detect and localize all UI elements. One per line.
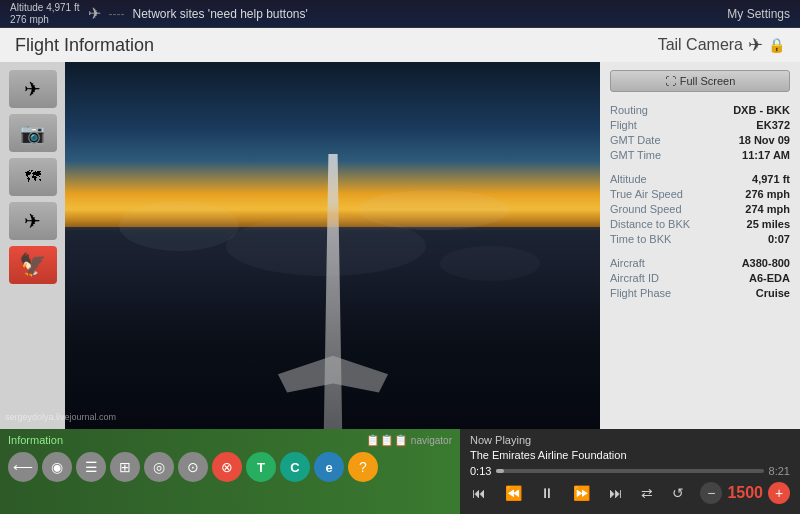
dashes: ---- bbox=[109, 7, 125, 21]
flight-row: Flight EK372 bbox=[610, 119, 790, 131]
main-content: Flight Information Tail Camera ✈ 🔒 ✈ 📷 🗺… bbox=[0, 28, 800, 429]
fullscreen-button[interactable]: ⛶ Full Screen bbox=[610, 70, 790, 92]
lock-icon: 🔒 bbox=[768, 37, 785, 53]
plane-icon: ✈ bbox=[88, 4, 101, 23]
flight-phase-row: Flight Phase Cruise bbox=[610, 287, 790, 299]
sidebar-icon-emirates[interactable]: 🦅 bbox=[9, 246, 57, 284]
altitude-label: Altitude bbox=[610, 173, 647, 185]
camera-view bbox=[65, 62, 600, 429]
top-bar: Altitude 4,971 ft 276 mph ✈ ---- Network… bbox=[0, 0, 800, 28]
left-sidebar: ✈ 📷 🗺 ✈ 🦅 bbox=[0, 62, 65, 429]
distance-value: 25 miles bbox=[747, 218, 790, 230]
bottom-icon-red[interactable]: ⊗ bbox=[212, 452, 242, 482]
altitude-row: Altitude 4,971 ft bbox=[610, 173, 790, 185]
camera-icon: ✈ bbox=[748, 34, 763, 56]
rewind-button[interactable]: ⏪ bbox=[503, 483, 524, 503]
altitude-line1: Altitude 4,971 ft bbox=[10, 2, 80, 13]
time-total: 8:21 bbox=[769, 465, 790, 477]
bottom-icon-teal-c[interactable]: C bbox=[280, 452, 310, 482]
volume-plus-button[interactable]: + bbox=[768, 482, 790, 504]
aircraft-id-value: A6-EDA bbox=[749, 272, 790, 284]
routing-value: DXB - BKK bbox=[733, 104, 790, 116]
watermark: sergeydolya.livejournal.com bbox=[5, 412, 116, 422]
fast-forward-button[interactable]: ⏩ bbox=[571, 483, 592, 503]
gmt-date-label: GMT Date bbox=[610, 134, 661, 146]
gmt-time-row: GMT Time 11:17 AM bbox=[610, 149, 790, 161]
bottom-bar: Information 📋📋📋 navigator ⟵ ◉ ☰ ⊞ ◎ ⊙ ⊗ … bbox=[0, 429, 800, 514]
bottom-icon-4[interactable]: ⊞ bbox=[110, 452, 140, 482]
content-row: ✈ 📷 🗺 ✈ 🦅 bbox=[0, 62, 800, 429]
ground-speed-row: Ground Speed 274 mph bbox=[610, 203, 790, 215]
page-title: Flight Information bbox=[15, 35, 154, 56]
bottom-icon-2[interactable]: ◉ bbox=[42, 452, 72, 482]
bottom-icon-green-t[interactable]: T bbox=[246, 452, 276, 482]
now-playing-panel: Now Playing The Emirates Airline Foundat… bbox=[460, 429, 800, 514]
svg-marker-0 bbox=[323, 154, 341, 429]
flight-phase-label: Flight Phase bbox=[610, 287, 671, 299]
aircraft-row: Aircraft A380-800 bbox=[610, 257, 790, 269]
true-air-speed-row: True Air Speed 276 mph bbox=[610, 188, 790, 200]
volume-minus-button[interactable]: − bbox=[700, 482, 722, 504]
flight-label: Flight bbox=[610, 119, 637, 131]
play-pause-button[interactable]: ⏸ bbox=[538, 483, 556, 503]
flight-phase-value: Cruise bbox=[756, 287, 790, 299]
routing-section: Routing DXB - BKK Flight EK372 GMT Date … bbox=[610, 104, 790, 161]
gmt-date-value: 18 Nov 09 bbox=[739, 134, 790, 146]
altitude-display: Altitude 4,971 ft 276 mph bbox=[10, 2, 80, 26]
speed-section: Altitude 4,971 ft True Air Speed 276 mph… bbox=[610, 173, 790, 245]
sidebar-icon-flight2[interactable]: ✈ bbox=[9, 202, 57, 240]
cloud-4 bbox=[440, 246, 540, 281]
bottom-icon-5[interactable]: ◎ bbox=[144, 452, 174, 482]
true-air-speed-value: 276 mph bbox=[745, 188, 790, 200]
playback-controls: ⏮ ⏪ ⏸ ⏩ ⏭ ⇄ ↺ − 1500 + bbox=[470, 482, 790, 504]
my-settings[interactable]: My Settings bbox=[727, 7, 790, 21]
skip-back-button[interactable]: ⏮ bbox=[470, 483, 488, 503]
time-to-bkk-value: 0:07 bbox=[768, 233, 790, 245]
time-to-bkk-row: Time to BKK 0:07 bbox=[610, 233, 790, 245]
skip-forward-button[interactable]: ⏭ bbox=[607, 483, 625, 503]
bottom-icon-3[interactable]: ☰ bbox=[76, 452, 106, 482]
progress-fill bbox=[496, 469, 504, 473]
aircraft-id-label: Aircraft ID bbox=[610, 272, 659, 284]
distance-row: Distance to BKK 25 miles bbox=[610, 218, 790, 230]
true-air-speed-label: True Air Speed bbox=[610, 188, 683, 200]
distance-label: Distance to BKK bbox=[610, 218, 690, 230]
information-label-row: Information 📋📋📋 navigator bbox=[8, 434, 452, 447]
bottom-icon-blue-e[interactable]: e bbox=[314, 452, 344, 482]
tail-fin-svg bbox=[273, 154, 393, 429]
volume-value: 1500 bbox=[727, 484, 763, 502]
horizon-glow bbox=[65, 201, 600, 230]
right-panel: ⛶ Full Screen Routing DXB - BKK Flight E… bbox=[600, 62, 800, 429]
now-playing-label: Now Playing bbox=[470, 434, 790, 446]
progress-bar[interactable] bbox=[496, 469, 763, 473]
bottom-information-panel: Information 📋📋📋 navigator ⟵ ◉ ☰ ⊞ ◎ ⊙ ⊗ … bbox=[0, 429, 460, 514]
ground-speed-label: Ground Speed bbox=[610, 203, 682, 215]
track-title: The Emirates Airline Foundation bbox=[470, 449, 790, 461]
top-bar-left: Altitude 4,971 ft 276 mph ✈ ---- Network… bbox=[10, 2, 308, 26]
aircraft-section: Aircraft A380-800 Aircraft ID A6-EDA Fli… bbox=[610, 257, 790, 299]
routing-row: Routing DXB - BKK bbox=[610, 104, 790, 116]
altitude-line2: 276 mph bbox=[10, 14, 49, 25]
aircraft-value: A380-800 bbox=[742, 257, 790, 269]
gmt-date-row: GMT Date 18 Nov 09 bbox=[610, 134, 790, 146]
bottom-icons-row: ⟵ ◉ ☰ ⊞ ◎ ⊙ ⊗ T C e ? bbox=[8, 452, 452, 482]
tail-camera-label: Tail Camera ✈ 🔒 bbox=[658, 34, 785, 56]
bottom-icon-6[interactable]: ⊙ bbox=[178, 452, 208, 482]
gmt-time-value: 11:17 AM bbox=[742, 149, 790, 161]
time-to-bkk-label: Time to BKK bbox=[610, 233, 671, 245]
volume-area: − 1500 + bbox=[700, 482, 790, 504]
bottom-icon-help[interactable]: ? bbox=[348, 452, 378, 482]
fullscreen-label: Full Screen bbox=[680, 75, 736, 87]
sidebar-icon-map[interactable]: 🗺 bbox=[9, 158, 57, 196]
network-notice: Network sites 'need help buttons' bbox=[132, 7, 307, 21]
time-current: 0:13 bbox=[470, 465, 491, 477]
navigator-label: 📋📋📋 navigator bbox=[366, 434, 452, 447]
sidebar-icon-camera[interactable]: 📷 bbox=[9, 114, 57, 152]
time-row: 0:13 8:21 bbox=[470, 465, 790, 477]
flight-header: Flight Information Tail Camera ✈ 🔒 bbox=[0, 28, 800, 62]
fullscreen-icon: ⛶ bbox=[665, 75, 676, 87]
repeat-button[interactable]: ↺ bbox=[670, 483, 686, 503]
shuffle-button[interactable]: ⇄ bbox=[639, 483, 655, 503]
bottom-icon-1[interactable]: ⟵ bbox=[8, 452, 38, 482]
sidebar-icon-plane[interactable]: ✈ bbox=[9, 70, 57, 108]
